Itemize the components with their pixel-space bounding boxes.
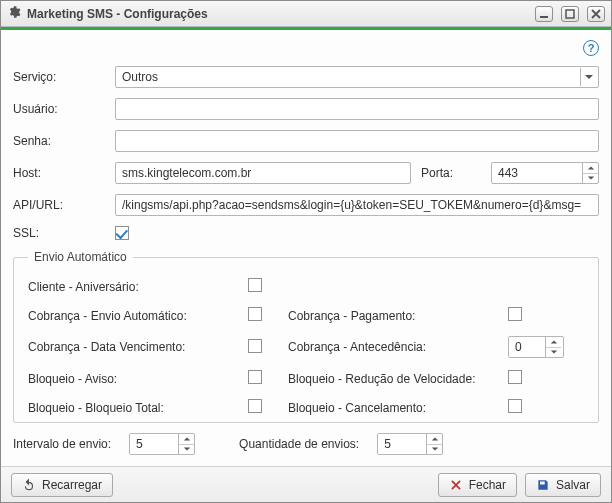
dialog-window: Marketing SMS - Configurações ? Serviço:… xyxy=(0,0,612,503)
intervalo-step-down[interactable] xyxy=(179,445,194,455)
envio-automatico-group: Envio Automático Cliente - Aniversário: … xyxy=(13,250,599,423)
antecedencia-step-up[interactable] xyxy=(546,337,561,348)
bloqueio-reducao-checkbox[interactable] xyxy=(508,370,522,384)
quantidade-input[interactable] xyxy=(378,434,426,454)
cliente-aniversario-label: Cliente - Aniversário: xyxy=(28,280,248,294)
svg-rect-1 xyxy=(566,10,574,18)
quantidade-step-down[interactable] xyxy=(427,445,442,455)
apiurl-label: API/URL: xyxy=(13,198,115,212)
bloqueio-cancelamento-label: Bloqueio - Cancelamento: xyxy=(288,401,508,415)
gear-icon xyxy=(7,5,21,22)
usuario-input[interactable] xyxy=(115,98,599,120)
porta-step-up[interactable] xyxy=(583,163,598,174)
ssl-checkbox[interactable] xyxy=(115,226,129,240)
servico-label: Serviço: xyxy=(13,70,115,84)
chevron-down-icon xyxy=(580,68,596,86)
cobranca-pagamento-checkbox[interactable] xyxy=(508,307,522,321)
close-button[interactable] xyxy=(587,6,605,22)
fechar-button[interactable]: Fechar xyxy=(438,473,517,497)
porta-label: Porta: xyxy=(421,166,481,180)
intervalo-input[interactable] xyxy=(130,434,178,454)
svg-rect-0 xyxy=(540,16,548,18)
cobranca-antecedencia-spinner[interactable] xyxy=(508,336,564,358)
footer-toolbar: Recarregar Fechar Salvar xyxy=(1,466,611,502)
content-area: ? Serviço: Outros Usuário: Senha: xyxy=(1,30,611,466)
titlebar: Marketing SMS - Configurações xyxy=(1,1,611,27)
close-icon xyxy=(449,478,463,492)
recarregar-label: Recarregar xyxy=(42,478,102,492)
quantidade-label: Quantidade de envios: xyxy=(239,437,359,451)
cobranca-antecedencia-input[interactable] xyxy=(509,337,545,357)
save-icon xyxy=(536,478,550,492)
salvar-label: Salvar xyxy=(556,478,590,492)
cobranca-vencimento-label: Cobrança - Data Vencimento: xyxy=(28,340,248,354)
config-form: Serviço: Outros Usuário: Senha: Host: xyxy=(13,66,599,455)
bloqueio-cancelamento-checkbox[interactable] xyxy=(508,399,522,413)
host-label: Host: xyxy=(13,166,115,180)
bloqueio-total-checkbox[interactable] xyxy=(248,399,262,413)
quantidade-step-up[interactable] xyxy=(427,434,442,445)
recarregar-button[interactable]: Recarregar xyxy=(11,473,113,497)
bloqueio-reducao-label: Bloqueio - Redução de Velocidade: xyxy=(288,372,508,386)
salvar-button[interactable]: Salvar xyxy=(525,473,601,497)
fechar-label: Fechar xyxy=(469,478,506,492)
porta-step-down[interactable] xyxy=(583,174,598,184)
cobranca-envio-checkbox[interactable] xyxy=(248,307,262,321)
cobranca-pagamento-label: Cobrança - Pagamento: xyxy=(288,309,508,323)
intervalo-spinner[interactable] xyxy=(129,433,195,455)
porta-input[interactable] xyxy=(492,163,582,183)
antecedencia-step-down[interactable] xyxy=(546,348,561,358)
reload-icon xyxy=(22,478,36,492)
apiurl-input[interactable] xyxy=(115,194,599,216)
maximize-button[interactable] xyxy=(561,6,579,22)
intervalo-step-up[interactable] xyxy=(179,434,194,445)
bloqueio-aviso-label: Bloqueio - Aviso: xyxy=(28,372,248,386)
porta-spinner[interactable] xyxy=(491,162,599,184)
servico-select[interactable]: Outros xyxy=(115,66,599,88)
cobranca-vencimento-checkbox[interactable] xyxy=(248,339,262,353)
cobranca-envio-label: Cobrança - Envio Automático: xyxy=(28,309,248,323)
cobranca-antecedencia-label: Cobrança - Antecedência: xyxy=(288,340,508,354)
bloqueio-total-label: Bloqueio - Bloqueio Total: xyxy=(28,401,248,415)
minimize-button[interactable] xyxy=(535,6,553,22)
senha-label: Senha: xyxy=(13,134,115,148)
help-icon[interactable]: ? xyxy=(583,40,599,56)
usuario-label: Usuário: xyxy=(13,102,115,116)
quantidade-spinner[interactable] xyxy=(377,433,443,455)
window-title: Marketing SMS - Configurações xyxy=(27,7,527,21)
servico-value: Outros xyxy=(122,70,158,84)
intervalo-label: Intervalo de envio: xyxy=(13,437,111,451)
ssl-label: SSL: xyxy=(13,226,115,240)
envio-legend: Envio Automático xyxy=(28,250,133,264)
bloqueio-aviso-checkbox[interactable] xyxy=(248,370,262,384)
host-input[interactable] xyxy=(115,162,411,184)
cliente-aniversario-checkbox[interactable] xyxy=(248,278,262,292)
senha-input[interactable] xyxy=(115,130,599,152)
